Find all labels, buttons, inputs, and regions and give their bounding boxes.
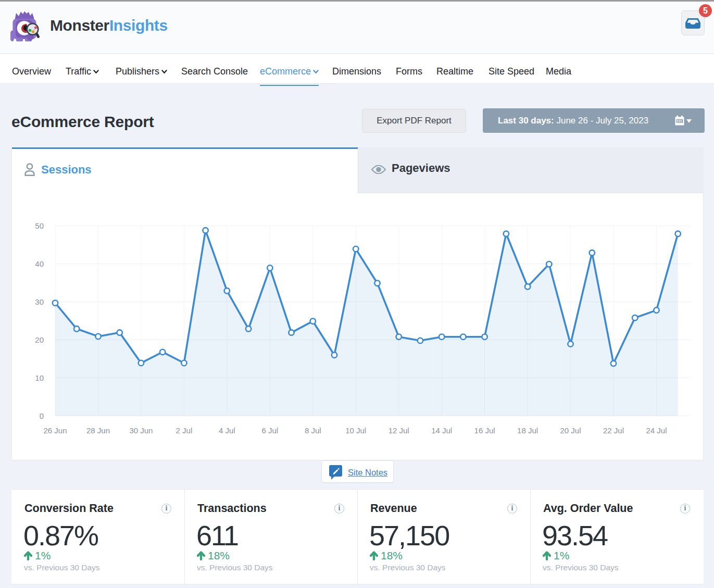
svg-text:22 Jul: 22 Jul xyxy=(603,426,624,435)
svg-text:10: 10 xyxy=(35,373,44,382)
svg-text:18 Jul: 18 Jul xyxy=(517,426,538,435)
svg-text:4 Jul: 4 Jul xyxy=(219,426,235,435)
svg-text:10 Jul: 10 Jul xyxy=(345,426,366,435)
svg-text:28 Jun: 28 Jun xyxy=(86,426,110,435)
svg-text:8 Jul: 8 Jul xyxy=(305,426,321,435)
svg-text:50: 50 xyxy=(35,221,44,230)
svg-text:2 Jul: 2 Jul xyxy=(176,426,193,435)
svg-text:20 Jul: 20 Jul xyxy=(560,426,581,435)
svg-text:26 Jun: 26 Jun xyxy=(43,426,67,435)
svg-text:14 Jul: 14 Jul xyxy=(431,426,452,435)
svg-text:24 Jul: 24 Jul xyxy=(646,426,667,435)
svg-text:6 Jul: 6 Jul xyxy=(261,426,278,435)
svg-text:20: 20 xyxy=(35,335,44,344)
svg-text:30 Jun: 30 Jun xyxy=(129,426,153,435)
svg-text:16 Jul: 16 Jul xyxy=(474,426,495,435)
svg-text:0: 0 xyxy=(40,411,44,420)
svg-text:40: 40 xyxy=(35,259,44,268)
svg-text:30: 30 xyxy=(35,297,44,306)
svg-text:12 Jul: 12 Jul xyxy=(389,426,409,435)
